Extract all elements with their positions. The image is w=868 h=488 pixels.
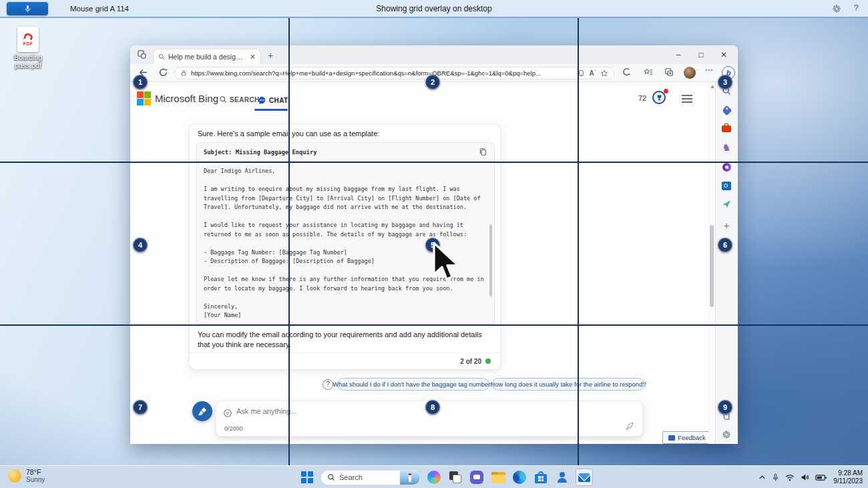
wifi-icon[interactable]	[785, 474, 795, 481]
lock-icon[interactable]	[180, 69, 187, 77]
copilot-button[interactable]	[426, 469, 442, 485]
tab-title: Help me build a design specifica...	[168, 53, 246, 61]
store-button[interactable]	[533, 469, 549, 485]
tab-close-icon[interactable]: ✕	[250, 53, 256, 61]
answer-footer: 2 of 20	[190, 352, 500, 369]
answer-outro: You can modify the email according to yo…	[198, 330, 493, 350]
collections-icon[interactable]	[664, 67, 674, 77]
tray-mic-icon[interactable]	[772, 473, 779, 482]
sidebar-outlook-icon[interactable]	[720, 180, 732, 192]
grid-number-8[interactable]: 8	[425, 400, 440, 415]
weather-widget[interactable]: 78°F Sunny	[8, 468, 45, 483]
mouse-cursor	[430, 242, 461, 283]
people-button[interactable]	[554, 469, 570, 485]
tray-date: 9/11/2023	[833, 477, 863, 485]
tray-time: 9:28 AM	[833, 469, 863, 477]
clock[interactable]: 9:28 AM 9/11/2023	[833, 469, 863, 485]
tab-chat[interactable]: CHAT	[257, 95, 288, 105]
copy-icon[interactable]	[479, 148, 487, 156]
mail-button-active[interactable]	[576, 469, 593, 486]
code-block-header: Subject: Missing Baggage Enquiry	[197, 143, 494, 162]
browser-tab[interactable]: Help me build a design specifica... ✕	[153, 49, 261, 64]
feedback-flag-icon	[668, 435, 675, 441]
tab-search[interactable]: SEARCH	[219, 95, 260, 103]
grid-vline-2	[578, 18, 579, 465]
sidebar-settings-icon[interactable]	[720, 429, 732, 441]
chat-bubble-icon	[257, 95, 266, 105]
microsoft-logo	[137, 91, 151, 105]
send-to-device-icon[interactable]	[578, 69, 585, 77]
help-icon[interactable]: ?	[854, 3, 859, 13]
grid-number-7[interactable]: 7	[133, 400, 148, 415]
rewards-icon[interactable]	[652, 91, 666, 104]
grid-number-1[interactable]: 1	[133, 75, 148, 89]
people-icon	[556, 471, 568, 483]
add-favorites-icon[interactable]	[600, 69, 608, 77]
sun-icon	[8, 469, 21, 483]
windows-logo-icon	[301, 471, 313, 483]
gear-icon[interactable]	[832, 4, 841, 13]
start-button[interactable]	[299, 469, 315, 485]
tray-chevron-up-icon[interactable]	[758, 475, 766, 480]
more-menu-icon[interactable]: ⋯	[704, 65, 714, 75]
suggestion-chip-1[interactable]: What should I do if I don't have the bag…	[337, 378, 489, 391]
task-view-button[interactable]	[447, 469, 463, 485]
rewards-points: 72	[638, 94, 646, 102]
store-icon	[535, 471, 547, 483]
maximize-button[interactable]: □	[690, 46, 712, 63]
notification-dot	[664, 89, 668, 93]
chat-button[interactable]	[469, 469, 485, 485]
menu-icon[interactable]	[682, 95, 692, 103]
workspaces-icon[interactable]	[137, 49, 147, 59]
battery-icon[interactable]	[815, 474, 827, 481]
feedback-label: Feedback	[678, 434, 706, 441]
grid-vline-1	[288, 18, 290, 465]
sidebar-shopping-icon[interactable]	[720, 104, 732, 116]
grid-number-6[interactable]: 6	[718, 238, 732, 252]
volume-icon[interactable]	[801, 473, 809, 481]
minimize-button[interactable]: –	[667, 46, 690, 63]
send-icon[interactable]	[625, 421, 634, 431]
file-explorer-button[interactable]	[490, 469, 506, 485]
code-scrollbar[interactable]	[489, 224, 492, 296]
pdf-badge: PDF	[23, 41, 33, 46]
favorites-icon[interactable]	[644, 67, 653, 77]
sidebar-paper-plane-icon[interactable]	[720, 198, 732, 210]
sidebar-tools-icon[interactable]	[720, 123, 732, 135]
read-aloud-icon[interactable]: Aʾ	[589, 69, 596, 77]
turn-counter: 2 of 20	[460, 358, 481, 365]
page-scrollbar-thumb[interactable]	[710, 225, 714, 307]
window-controls: – □ ✕	[667, 46, 735, 63]
broom-icon	[198, 407, 208, 417]
suggestion-chip-2[interactable]: How long does it usually take for the ai…	[492, 378, 644, 391]
weather-temp: 78°F	[26, 468, 45, 476]
desktop-icon-label: Boarding pass.pdf	[7, 54, 49, 69]
address-bar[interactable]: https://www.bing.com/search?q=Help+me+bu…	[174, 67, 614, 79]
desktop-icon-boarding-pass[interactable]: PDF Boarding pass.pdf	[7, 27, 49, 69]
grid-number-9[interactable]: 9	[718, 400, 732, 415]
profile-avatar[interactable]	[684, 67, 696, 79]
taskbar-search-box[interactable]: Search	[320, 470, 421, 485]
system-tray: 9:28 AM 9/11/2023	[758, 466, 863, 488]
search-tab-label: SEARCH	[230, 96, 260, 103]
new-tab-button[interactable]: +	[268, 50, 273, 61]
grid-status: Showing grid overlay on desktop	[0, 4, 868, 13]
sidebar-games-icon[interactable]: ♞	[720, 142, 732, 154]
feedback-button[interactable]: Feedback	[662, 431, 712, 444]
edge-button[interactable]	[511, 469, 527, 485]
search-placeholder: Search	[339, 473, 363, 481]
teams-chat-icon	[470, 471, 483, 484]
pdf-icon: PDF	[17, 27, 39, 52]
edge-sidebar	[715, 82, 738, 444]
grid-number-2[interactable]: 2	[425, 75, 440, 89]
browser-essentials-icon[interactable]	[622, 67, 631, 77]
grid-number-3[interactable]: 3	[718, 75, 732, 89]
scroll-up-icon[interactable]: ▲	[710, 83, 715, 89]
refresh-icon[interactable]	[158, 67, 168, 77]
sidebar-add-icon[interactable]: +	[720, 220, 732, 232]
grid-number-4[interactable]: 4	[133, 238, 148, 252]
close-button[interactable]: ✕	[712, 46, 735, 63]
url-text: https://www.bing.com/search?q=Help+me+bu…	[191, 69, 574, 77]
ask-input[interactable]	[236, 407, 437, 415]
new-topic-button[interactable]	[192, 401, 212, 421]
